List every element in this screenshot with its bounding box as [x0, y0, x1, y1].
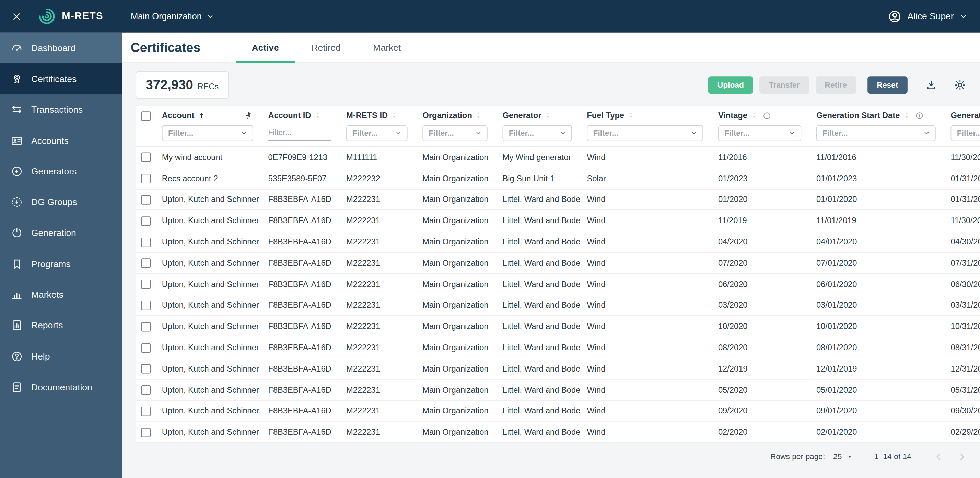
table-cell: Littel, Ward and Bode — [498, 210, 582, 232]
column-header-vintage[interactable]: Vintage — [713, 107, 811, 125]
sidebar-item-markets[interactable]: Markets — [0, 279, 122, 310]
sidebar-item-dg-groups[interactable]: DG Groups — [0, 187, 122, 218]
table-cell: F8B3EBFA-A16D — [263, 422, 341, 443]
upload-button[interactable]: Upload — [708, 76, 753, 94]
row-checkbox[interactable] — [142, 322, 151, 331]
tab-active[interactable]: Active — [235, 33, 295, 63]
sort-both-icon — [390, 111, 398, 120]
table-row[interactable]: Upton, Kutch and SchinnerF8B3EBFA-A16DM2… — [135, 274, 980, 295]
column-header-generator[interactable]: Generator — [498, 107, 582, 125]
table-row[interactable]: Upton, Kutch and SchinnerF8B3EBFA-A16DM2… — [135, 253, 980, 274]
sidebar-item-documentation[interactable]: Documentation — [0, 371, 122, 402]
row-checkbox[interactable] — [142, 280, 151, 289]
column-header-generation-start-date[interactable]: Generation Start Date — [811, 107, 946, 125]
row-checkbox[interactable] — [142, 258, 151, 268]
table-row[interactable]: Upton, Kutch and SchinnerF8B3EBFA-A16DM2… — [135, 295, 980, 316]
table-cell: 03/31/2020 — [946, 295, 980, 316]
table-cell: Upton, Kutch and Schinner — [157, 189, 263, 210]
sidebar-item-help[interactable]: Help — [0, 341, 122, 372]
table-cell: 08/01/2020 — [811, 337, 946, 358]
filter-select-generation-end-date[interactable]: Filter... — [951, 125, 980, 141]
filter-select-fuel-type[interactable]: Filter... — [587, 125, 703, 141]
table-cell: 08/31/2020 — [946, 337, 980, 358]
tab-retired[interactable]: Retired — [295, 33, 357, 63]
filter-select-vintage[interactable]: Filter... — [718, 125, 801, 141]
table-cell: Littel, Ward and Bode — [498, 316, 582, 338]
table-row[interactable]: Upton, Kutch and SchinnerF8B3EBFA-A16DM2… — [135, 358, 980, 380]
table-cell: Littel, Ward and Bode — [498, 401, 582, 422]
generators-icon — [11, 165, 23, 177]
filter-input-account-id[interactable] — [268, 125, 331, 141]
table-cell: 07/2020 — [713, 253, 811, 274]
table-row[interactable]: Upton, Kutch and SchinnerF8B3EBFA-A16DM2… — [135, 210, 980, 232]
filter-select-generation-start-date[interactable]: Filter... — [816, 125, 936, 141]
filter-select-m-rets-id[interactable]: Filter... — [346, 125, 408, 141]
settings-button[interactable] — [949, 76, 971, 94]
table-cell: Big Sun Unit 1 — [498, 168, 582, 190]
column-header-m-rets-id[interactable]: M-RETS ID — [341, 107, 418, 125]
column-header-generation-end-date[interactable]: Generation End Date — [946, 107, 980, 125]
table-row[interactable]: Recs account 2535E3589-5F07M222232Main O… — [135, 168, 980, 190]
filter-select-generator[interactable]: Filter... — [502, 125, 572, 141]
row-checkbox[interactable] — [142, 428, 151, 437]
sidebar-item-generation[interactable]: Generation — [0, 217, 122, 248]
row-checkbox[interactable] — [142, 343, 151, 352]
table-row[interactable]: Upton, Kutch and SchinnerF8B3EBFA-A16DM2… — [135, 231, 980, 253]
row-checkbox[interactable] — [142, 385, 151, 395]
user-menu[interactable]: Alice Super — [887, 9, 967, 23]
select-all-checkbox[interactable] — [142, 111, 151, 121]
table-row[interactable]: Upton, Kutch and SchinnerF8B3EBFA-A16DM2… — [135, 422, 980, 443]
previous-page-button[interactable] — [930, 448, 946, 465]
rows-per-page-select[interactable]: Rows per page: 25 — [770, 452, 853, 461]
org-selector[interactable]: Main Organization — [131, 11, 214, 21]
sidebar-item-generators[interactable]: Generators — [0, 156, 122, 187]
row-checkbox[interactable] — [142, 364, 151, 374]
sidebar: DashboardCertificatesTransactionsAccount… — [0, 33, 122, 478]
column-header-account-id[interactable]: Account ID — [263, 107, 341, 125]
row-checkbox[interactable] — [142, 406, 151, 416]
table-cell: 01/31/2020 — [946, 189, 980, 210]
table-row[interactable]: Upton, Kutch and SchinnerF8B3EBFA-A16DM2… — [135, 379, 980, 401]
row-checkbox[interactable] — [142, 237, 151, 247]
column-header-account[interactable]: Account — [157, 107, 263, 125]
row-checkbox[interactable] — [142, 195, 151, 204]
table-row[interactable]: Upton, Kutch and SchinnerF8B3EBFA-A16DM2… — [135, 189, 980, 210]
filter-select-organization[interactable]: Filter... — [422, 125, 487, 141]
filter-select-account[interactable]: Filter... — [162, 125, 253, 141]
row-checkbox[interactable] — [142, 216, 151, 226]
table-cell: 01/01/2023 — [811, 168, 946, 190]
close-icon[interactable] — [0, 0, 33, 33]
retire-button[interactable]: Retire — [815, 76, 856, 94]
sidebar-item-certificates[interactable]: Certificates — [0, 64, 122, 94]
tab-market[interactable]: Market — [357, 33, 417, 63]
sidebar-item-label: Accounts — [31, 135, 68, 145]
sidebar-item-programs[interactable]: Programs — [0, 248, 122, 279]
sidebar-item-reports[interactable]: Reports — [0, 310, 122, 341]
download-button[interactable] — [920, 76, 943, 94]
table-cell: Recs account 2 — [157, 168, 263, 190]
table-cell: M222231 — [341, 295, 418, 316]
row-checkbox[interactable] — [142, 174, 151, 183]
sidebar-item-dashboard[interactable]: Dashboard — [0, 33, 122, 64]
transfer-button[interactable]: Transfer — [759, 76, 809, 94]
column-header-organization[interactable]: Organization — [418, 107, 498, 125]
chevron-down-icon — [206, 12, 215, 21]
table-cell: Upton, Kutch and Schinner — [157, 401, 263, 422]
brand-name: M-RETS — [62, 11, 103, 22]
pin-column-button[interactable] — [244, 111, 253, 120]
table-cell: 01/2020 — [713, 189, 811, 210]
next-page-button[interactable] — [954, 448, 970, 465]
table-row[interactable]: Upton, Kutch and SchinnerF8B3EBFA-A16DM2… — [135, 337, 980, 358]
row-checkbox[interactable] — [142, 153, 151, 162]
reset-button[interactable]: Reset — [867, 76, 908, 94]
chevron-down-icon — [474, 129, 483, 137]
table-row[interactable]: My wind account0E7F09E9-1213M111111Main … — [135, 147, 980, 168]
table-row[interactable]: Upton, Kutch and SchinnerF8B3EBFA-A16DM2… — [135, 316, 980, 338]
row-checkbox[interactable] — [142, 301, 151, 310]
table-row[interactable]: Upton, Kutch and SchinnerF8B3EBFA-A16DM2… — [135, 401, 980, 422]
column-header-fuel-type[interactable]: Fuel Type — [582, 107, 713, 125]
sidebar-item-transactions[interactable]: Transactions — [0, 94, 122, 125]
sidebar-item-accounts[interactable]: Accounts — [0, 125, 122, 156]
download-icon — [925, 79, 937, 91]
table-cell: M222231 — [341, 379, 418, 401]
